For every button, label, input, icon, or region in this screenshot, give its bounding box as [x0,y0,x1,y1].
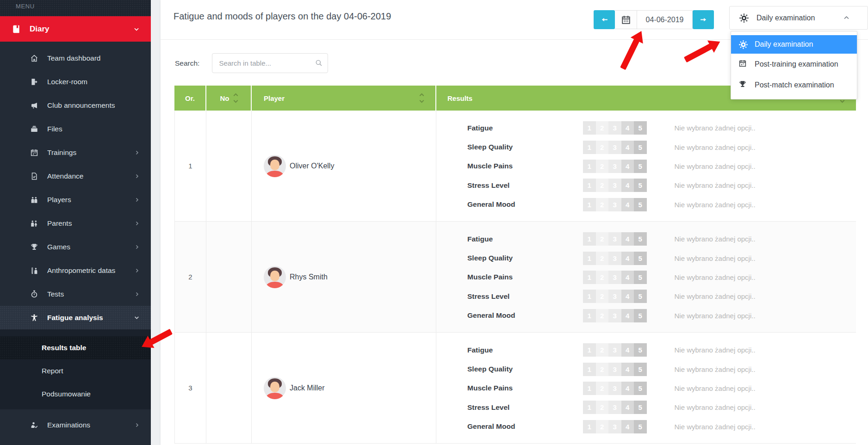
rating-button-3[interactable]: 3 [608,252,621,265]
rating-button-4[interactable]: 4 [621,121,634,135]
examination-type-select[interactable]: Daily examination [729,6,868,30]
rating-button-3[interactable]: 3 [608,121,621,135]
column-header-player[interactable]: Player [252,86,436,111]
sidebar-item-podsumowanie[interactable]: Podsumowanie [0,383,151,406]
sidebar-item-games[interactable]: Games [0,235,151,259]
rating-button-3[interactable]: 3 [608,232,621,246]
rating-button-1[interactable]: 1 [583,401,596,414]
rating-button-5[interactable]: 5 [634,252,647,265]
rating-button-2[interactable]: 2 [596,309,609,322]
rating-button-1[interactable]: 1 [583,363,596,376]
rating-button-4[interactable]: 4 [621,179,634,192]
rating-button-2[interactable]: 2 [596,382,609,395]
rating-button-2[interactable]: 2 [596,160,609,173]
rating-button-3[interactable]: 3 [608,363,621,376]
rating-button-5[interactable]: 5 [634,198,647,211]
sidebar-item-club-announcements[interactable]: Club announcements [0,93,151,117]
rating-button-2[interactable]: 2 [596,271,609,284]
column-header-no[interactable]: No [206,86,252,111]
rating-button-3[interactable]: 3 [608,401,621,414]
rating-button-4[interactable]: 4 [621,160,634,173]
calendar-picker-button[interactable] [615,10,637,29]
rating-button-5[interactable]: 5 [634,160,647,173]
rating-button-5[interactable]: 5 [634,343,647,357]
sidebar-item-results-table[interactable]: Results table [0,336,151,359]
rating-button-5[interactable]: 5 [634,420,647,433]
rating-button-4[interactable]: 4 [621,141,634,154]
rating-button-3[interactable]: 3 [608,290,621,303]
previous-day-button[interactable] [594,10,615,29]
sidebar-item-attendance[interactable]: Attendance [0,164,151,188]
rating-button-2[interactable]: 2 [596,401,609,414]
sidebar-item-files[interactable]: Files [0,117,151,141]
sidebar-item-tests[interactable]: Tests [0,282,151,306]
rating-button-2[interactable]: 2 [596,121,609,135]
rating-button-2[interactable]: 2 [596,141,609,154]
sidebar-item-examinations[interactable]: Examinations [0,413,151,437]
rating-button-4[interactable]: 4 [621,198,634,211]
dropdown-option-post-training-examination[interactable]: Post-training examination [731,54,857,74]
rating-button-1[interactable]: 1 [583,179,596,192]
rating-button-1[interactable]: 1 [583,232,596,246]
sidebar-item-fatigue-analysis[interactable]: Fatigue analysis [0,306,151,329]
sidebar-item-parents[interactable]: Parents [0,211,151,235]
rating-button-1[interactable]: 1 [583,343,596,357]
rating-button-5[interactable]: 5 [634,363,647,376]
rating-button-2[interactable]: 2 [596,252,609,265]
rating-button-5[interactable]: 5 [634,401,647,414]
rating-button-5[interactable]: 5 [634,382,647,395]
rating-button-1[interactable]: 1 [583,252,596,265]
rating-button-5[interactable]: 5 [634,309,647,322]
rating-button-5[interactable]: 5 [634,290,647,303]
rating-button-4[interactable]: 4 [621,309,634,322]
sidebar-item-trainings[interactable]: Trainings [0,141,151,164]
rating-button-4[interactable]: 4 [621,363,634,376]
rating-button-1[interactable]: 1 [583,420,596,433]
rating-button-1[interactable]: 1 [583,382,596,395]
rating-button-1[interactable]: 1 [583,141,596,154]
date-input[interactable]: 04-06-2019 [637,10,693,29]
rating-button-4[interactable]: 4 [621,232,634,246]
rating-button-3[interactable]: 3 [608,343,621,357]
rating-button-3[interactable]: 3 [608,160,621,173]
rating-button-3[interactable]: 3 [608,198,621,211]
dropdown-option-post-match-examination[interactable]: Post-match examination [731,74,857,95]
sidebar-item-anthropometric-datas[interactable]: Anthropometric datas [0,259,151,282]
rating-button-4[interactable]: 4 [621,401,634,414]
dropdown-option-daily-examination[interactable]: Daily examination [731,35,857,54]
rating-button-2[interactable]: 2 [596,420,609,433]
rating-button-4[interactable]: 4 [621,271,634,284]
rating-button-1[interactable]: 1 [583,198,596,211]
rating-button-3[interactable]: 3 [608,271,621,284]
rating-button-2[interactable]: 2 [596,179,609,192]
rating-button-1[interactable]: 1 [583,309,596,322]
rating-button-1[interactable]: 1 [583,160,596,173]
rating-button-4[interactable]: 4 [621,420,634,433]
rating-button-2[interactable]: 2 [596,232,609,246]
sidebar-item-players[interactable]: Players [0,188,151,211]
rating-button-3[interactable]: 3 [608,420,621,433]
next-day-button[interactable] [693,10,714,29]
rating-button-5[interactable]: 5 [634,141,647,154]
rating-button-4[interactable]: 4 [621,343,634,357]
sidebar-item-team-dashboard[interactable]: Team dashboard [0,46,151,70]
rating-button-2[interactable]: 2 [596,290,609,303]
rating-button-1[interactable]: 1 [583,121,596,135]
rating-button-1[interactable]: 1 [583,290,596,303]
rating-button-5[interactable]: 5 [634,232,647,246]
rating-button-2[interactable]: 2 [596,343,609,357]
rating-button-2[interactable]: 2 [596,198,609,211]
rating-button-4[interactable]: 4 [621,252,634,265]
rating-button-5[interactable]: 5 [634,121,647,135]
rating-button-3[interactable]: 3 [608,309,621,322]
rating-button-3[interactable]: 3 [608,179,621,192]
rating-button-5[interactable]: 5 [634,271,647,284]
sidebar-item-report[interactable]: Report [0,359,151,383]
rating-button-3[interactable]: 3 [608,141,621,154]
sidebar-item-locker-room[interactable]: Locker-room [0,70,151,93]
rating-button-5[interactable]: 5 [634,179,647,192]
rating-button-3[interactable]: 3 [608,382,621,395]
rating-button-4[interactable]: 4 [621,290,634,303]
search-input[interactable] [212,53,328,73]
rating-button-1[interactable]: 1 [583,271,596,284]
